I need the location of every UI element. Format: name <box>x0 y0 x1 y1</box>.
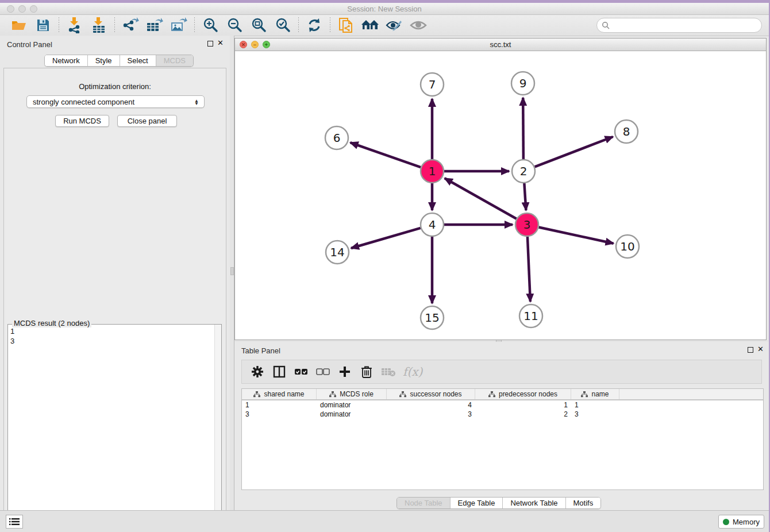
table-body: 1dominator4113dominator323 <box>242 400 763 419</box>
column-header-successor-nodes[interactable]: successor nodes <box>387 389 475 399</box>
unselect-all-icon[interactable] <box>314 363 332 380</box>
trash-icon[interactable] <box>358 363 375 380</box>
graph-node-8[interactable]: 8 <box>615 120 638 143</box>
graph-node-11[interactable]: 11 <box>519 304 542 327</box>
tab-network[interactable]: Network <box>45 55 88 66</box>
toolbar-separator <box>114 17 115 33</box>
cell-name[interactable]: 3 <box>571 410 619 419</box>
zoom-out-icon[interactable] <box>225 17 244 34</box>
show-all-networks-icon[interactable] <box>360 17 380 34</box>
function-builder-icon: f(x) <box>403 365 422 379</box>
import-table-icon[interactable] <box>89 17 109 34</box>
graph-edge-1-6[interactable] <box>351 142 421 167</box>
optimization-criterion-select[interactable]: strongly connected component ▲▼ <box>26 95 205 108</box>
optimization-criterion-value: strongly connected component <box>33 98 134 106</box>
graph-edge-3-11[interactable] <box>528 237 530 302</box>
cell-shared-name[interactable]: 3 <box>242 410 317 419</box>
svg-text:2: 2 <box>520 164 528 178</box>
cell-name[interactable]: 1 <box>571 400 619 410</box>
gear-icon[interactable] <box>249 363 266 380</box>
save-icon[interactable] <box>33 17 53 34</box>
graph-node-15[interactable]: 15 <box>421 306 444 329</box>
svg-text:15: 15 <box>425 311 439 325</box>
column-header-predecessor-nodes[interactable]: predecessor nodes <box>475 389 571 399</box>
show-eye-icon[interactable] <box>409 17 428 34</box>
column-header-name[interactable]: name <box>571 389 619 399</box>
graph-edge-2-9[interactable] <box>523 98 523 159</box>
tab-mcds[interactable]: MCDS <box>156 55 193 66</box>
table-row[interactable]: 3dominator323 <box>242 410 763 419</box>
task-list-button[interactable] <box>6 515 23 529</box>
export-image-icon[interactable] <box>169 17 188 34</box>
result-scrollbar[interactable] <box>214 325 221 532</box>
graph-node-14[interactable]: 14 <box>326 241 349 264</box>
network-window-titlebar: ✕ − + scc.txt <box>235 38 766 51</box>
toolbar-separator <box>298 17 299 33</box>
cell-successor-nodes[interactable]: 4 <box>387 400 475 410</box>
graph-node-4[interactable]: 4 <box>421 213 444 236</box>
float-table-panel-icon[interactable] <box>748 347 753 353</box>
vertical-splitter[interactable] <box>230 36 234 510</box>
zoom-fit-icon[interactable] <box>249 17 268 34</box>
tab-node-table[interactable]: Node Table <box>397 498 451 508</box>
add-row-icon[interactable] <box>336 363 353 380</box>
cell-predecessor-nodes[interactable]: 2 <box>475 410 571 419</box>
close-panel-button[interactable]: Close panel <box>117 115 177 127</box>
float-panel-icon[interactable] <box>207 41 213 47</box>
tab-motifs[interactable]: Motifs <box>566 498 601 508</box>
tab-network-table[interactable]: Network Table <box>503 498 565 508</box>
graph-node-2[interactable]: 2 <box>512 160 535 183</box>
graph-edge-3-10[interactable] <box>539 227 614 243</box>
select-all-icon[interactable] <box>292 363 310 380</box>
cell-MCDS-role[interactable]: dominator <box>317 400 387 410</box>
cell-shared-name[interactable]: 1 <box>242 400 317 410</box>
close-panel-icon[interactable]: ✕ <box>217 38 224 47</box>
graph-node-10[interactable]: 10 <box>616 235 639 258</box>
columns-icon[interactable] <box>271 363 288 380</box>
search-field <box>596 18 762 33</box>
graph-node-1[interactable]: 1 <box>421 160 444 183</box>
mcds-result-text: 1 3 <box>10 326 213 532</box>
table-header-row: shared nameMCDS rolesuccessor nodesprede… <box>242 389 763 400</box>
tab-edge-table[interactable]: Edge Table <box>451 498 503 508</box>
open-folder-icon[interactable] <box>9 17 29 34</box>
table-toolbar: f(x) <box>241 360 762 384</box>
zoom-selected-icon[interactable] <box>273 17 292 34</box>
graph-edge-3-1[interactable] <box>445 178 517 218</box>
graph-node-7[interactable]: 7 <box>421 73 444 96</box>
table-panel-title: Table Panel <box>241 346 280 355</box>
session-title: Session: New Session <box>0 5 769 13</box>
search-input[interactable] <box>596 18 762 33</box>
svg-text:7: 7 <box>429 78 436 91</box>
node-table: shared nameMCDS rolesuccessor nodesprede… <box>241 388 764 490</box>
cell-predecessor-nodes[interactable]: 1 <box>475 400 571 410</box>
table-panel: Table Panel ✕ <box>234 342 769 510</box>
graph-edge-4-14[interactable] <box>351 228 421 248</box>
tab-style[interactable]: Style <box>88 55 120 66</box>
table-row[interactable]: 1dominator411 <box>242 400 763 410</box>
select-stepper-icon: ▲▼ <box>192 97 201 107</box>
mcds-result-box: MCDS result (2 nodes) 1 3 <box>7 320 222 532</box>
column-header-shared-name[interactable]: shared name <box>242 389 317 399</box>
graph-edge-2-3[interactable] <box>524 183 526 210</box>
graph-edge-2-8[interactable] <box>535 137 613 167</box>
graph-node-6[interactable]: 6 <box>325 126 348 149</box>
column-header-MCDS-role[interactable]: MCDS role <box>317 389 387 399</box>
tab-select[interactable]: Select <box>120 55 156 66</box>
graph-node-9[interactable]: 9 <box>511 72 534 95</box>
close-table-panel-icon[interactable]: ✕ <box>757 345 764 353</box>
graph-node-3[interactable]: 3 <box>515 213 538 236</box>
memory-label: Memory <box>733 518 760 526</box>
network-canvas[interactable]: 1234678910111415 <box>236 51 765 340</box>
cell-MCDS-role[interactable]: dominator <box>317 410 387 419</box>
zoom-in-icon[interactable] <box>201 17 220 34</box>
export-table-icon[interactable] <box>145 17 164 34</box>
cell-successor-nodes[interactable]: 3 <box>387 410 475 419</box>
run-mcds-button[interactable]: Run MCDS <box>55 115 109 127</box>
refresh-icon[interactable] <box>305 17 324 34</box>
import-network-icon[interactable] <box>65 17 84 34</box>
export-network-icon[interactable] <box>121 17 140 34</box>
memory-button[interactable]: Memory <box>718 515 764 529</box>
hide-eye-icon[interactable] <box>384 17 404 34</box>
new-network-from-file-icon[interactable] <box>336 17 356 34</box>
